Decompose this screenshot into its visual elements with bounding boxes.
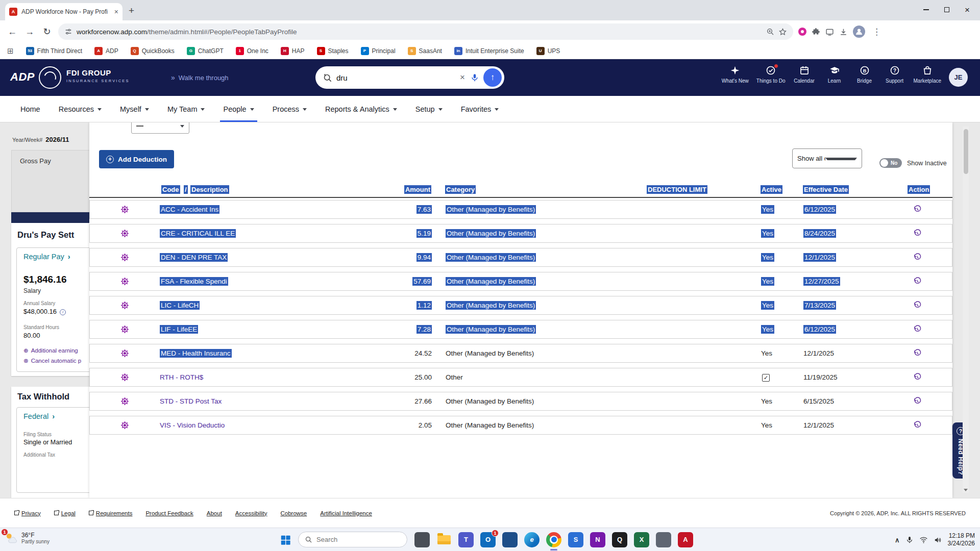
footer-link-requirements[interactable]: Requirements [89, 510, 133, 516]
taskbar-app-chrome-icon[interactable] [546, 532, 561, 547]
bookmark-principal[interactable]: PPrincipal [361, 47, 396, 55]
col-active[interactable]: Active [761, 185, 782, 194]
info-icon[interactable]: i [60, 309, 66, 315]
header-action-learn[interactable]: Learn [823, 65, 846, 84]
taskbar-app-calculator-icon[interactable] [656, 532, 671, 547]
taskbar-app-acrobat-icon[interactable]: A [678, 532, 693, 547]
footer-link-accessibility[interactable]: Accessibility [235, 510, 267, 516]
bookmark-hap[interactable]: HHAP [281, 47, 305, 55]
history-icon[interactable] [913, 373, 952, 382]
history-icon[interactable] [913, 253, 952, 262]
footer-link-cobrowse[interactable]: Cobrowse [280, 510, 307, 516]
apps-grid-icon[interactable]: ⊞ [7, 46, 14, 56]
deduction-code-link[interactable]: LIC - LifeCH [160, 301, 200, 310]
deduction-code-link[interactable]: RTH - ROTH$ [160, 373, 203, 381]
scrollbar-down-arrow[interactable] [964, 489, 968, 491]
downloads-icon[interactable] [839, 28, 848, 36]
header-action-support[interactable]: ?Support [884, 65, 906, 84]
taskbar-app-photos-icon[interactable] [414, 532, 430, 547]
col-category[interactable]: Category [445, 185, 476, 194]
forward-button[interactable]: → [23, 27, 36, 37]
walkme-button[interactable]: » Walk me through [171, 73, 229, 82]
user-avatar[interactable]: JE [949, 68, 968, 87]
taskbar-app-outlook-icon[interactable]: O1 [480, 532, 496, 547]
tray-expand-icon[interactable]: ∧ [895, 536, 900, 544]
nav-item-people[interactable]: People [214, 96, 263, 122]
footer-link-about[interactable]: About [207, 510, 222, 516]
header-action-calendar[interactable]: Calendar [793, 65, 816, 84]
header-action-marketplace[interactable]: Marketplace [914, 65, 941, 84]
add-deduction-button[interactable]: + Add Deduction [99, 150, 174, 168]
gear-icon[interactable] [120, 300, 130, 310]
bookmark-staples[interactable]: SStaples [317, 47, 349, 55]
page-scrollbar[interactable] [963, 127, 969, 493]
browser-profile-avatar[interactable] [853, 26, 865, 38]
bookmark-one-inc[interactable]: 1One Inc [236, 47, 268, 55]
col-description[interactable]: Description [190, 185, 229, 194]
footer-link-artificial-intelligence[interactable]: Artificial Intelligence [320, 510, 372, 516]
nav-item-reports-analytics[interactable]: Reports & Analytics [316, 96, 406, 122]
weather-widget[interactable]: 1 36°F Partly sunny [4, 531, 50, 544]
volume-icon[interactable] [934, 536, 942, 544]
scrollbar-thumb[interactable] [964, 129, 968, 174]
pagination-dropdown[interactable] [131, 122, 189, 134]
cancel-automatic-link[interactable]: ⊗Cancel automatic p [23, 357, 81, 364]
mic-icon[interactable] [470, 73, 479, 82]
tab-close-icon[interactable]: × [114, 8, 118, 16]
taskbar-app-edge-icon[interactable]: e [524, 532, 540, 547]
history-icon[interactable] [913, 349, 952, 358]
deduction-code-link[interactable]: CRE - CRITICAL ILL EE [160, 229, 236, 238]
gear-icon[interactable] [120, 229, 130, 238]
nav-item-myself[interactable]: Myself [111, 96, 158, 122]
gear-icon[interactable] [120, 277, 130, 286]
new-tab-button[interactable]: + [129, 5, 134, 16]
window-minimize-button[interactable] [923, 9, 929, 10]
gear-icon[interactable] [120, 420, 130, 430]
address-bar[interactable]: workforcenow.adp.com/theme/admin.html#/P… [58, 23, 793, 40]
taskbar-app-excel-icon[interactable]: X [634, 532, 649, 547]
deduction-code-link[interactable]: VIS - Vision Deductio [160, 421, 225, 429]
gear-icon[interactable] [120, 324, 130, 334]
zoom-icon[interactable] [766, 28, 774, 36]
taskbar-app-teams-icon[interactable]: T [458, 532, 474, 547]
show-inactive-toggle[interactable]: No [879, 158, 902, 168]
site-settings-icon[interactable] [64, 28, 72, 36]
bookmark-adp[interactable]: AADP [94, 47, 118, 55]
history-icon[interactable] [913, 229, 952, 238]
reload-button[interactable]: ↻ [41, 26, 53, 37]
bookmark-ups[interactable]: UUPS [536, 47, 560, 55]
extensions-puzzle-icon[interactable] [812, 28, 820, 36]
bookmark-intuit-enterprise-suite[interactable]: inIntuit Enterprise Suite [454, 47, 524, 55]
history-icon[interactable] [913, 277, 952, 286]
deduction-code-link[interactable]: LIF - LifeEE [160, 325, 198, 334]
history-icon[interactable] [913, 397, 952, 406]
taskbar-clock[interactable]: 12:18 PM 3/24/2026 [948, 532, 975, 547]
browser-tab[interactable]: A ADP Workforce Now - Pay Profi × [5, 3, 122, 20]
gear-icon[interactable] [120, 205, 130, 214]
taskbar-app-phone-link-icon[interactable] [502, 532, 518, 547]
federal-link[interactable]: Federal› [23, 412, 55, 420]
taskbar-app-store-app-icon[interactable]: S [568, 532, 583, 547]
gear-icon[interactable] [120, 348, 130, 358]
browser-menu-icon[interactable]: ⋮ [870, 27, 883, 37]
taskbar-search-input[interactable] [316, 536, 388, 543]
bookmark-star-icon[interactable] [778, 28, 787, 36]
deduction-code-link[interactable]: ACC - Accident Ins [160, 205, 219, 214]
wifi-icon[interactable] [919, 536, 928, 544]
tray-mic-icon[interactable] [905, 536, 914, 544]
additional-earnings-link[interactable]: ⊕Additional earning [23, 347, 78, 354]
search-submit-button[interactable]: ↑ [483, 68, 502, 87]
active-checkbox[interactable]: ✓ [762, 374, 770, 382]
regular-pay-link[interactable]: Regular Pay› [23, 253, 70, 261]
header-action-things-to-do[interactable]: Things to Do [756, 65, 786, 84]
gear-icon[interactable] [120, 396, 130, 406]
gear-icon[interactable] [120, 253, 130, 262]
nav-item-my-team[interactable]: My Team [158, 96, 214, 122]
nav-item-home[interactable]: Home [11, 96, 50, 122]
footer-link-legal[interactable]: Legal [54, 510, 76, 516]
taskbar-app-onenote-icon[interactable]: N [590, 532, 605, 547]
search-input[interactable] [336, 73, 455, 82]
history-icon[interactable] [913, 325, 952, 334]
history-icon[interactable] [913, 205, 952, 214]
deduction-code-link[interactable]: MED - Health Insuranc [160, 349, 232, 358]
